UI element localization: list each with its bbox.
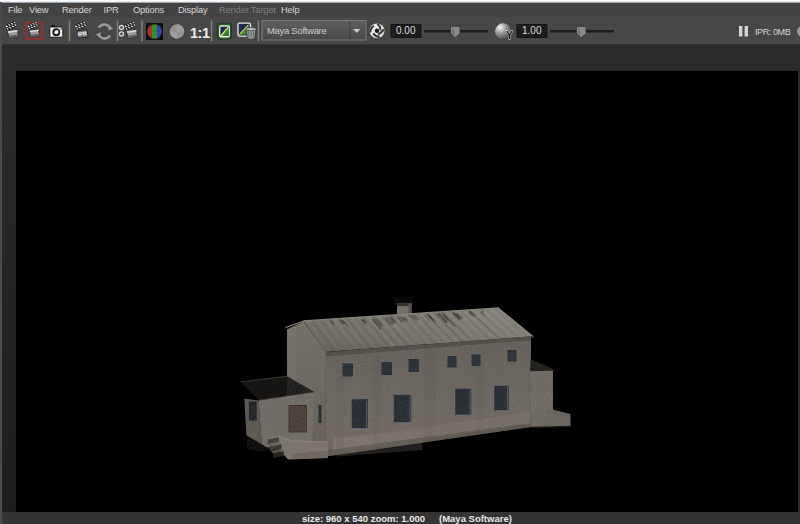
svg-text:1:1: 1:1 (190, 25, 210, 41)
svg-text:Display: Display (178, 5, 208, 15)
svg-text:IPR: 0MB: IPR: 0MB (755, 27, 791, 37)
svg-text:Render: Render (62, 5, 92, 15)
svg-text:Maya Software: Maya Software (267, 25, 326, 36)
svg-text:Y: Y (506, 30, 513, 41)
svg-text:Options: Options (133, 5, 164, 15)
svg-text:IPR: IPR (77, 30, 87, 37)
svg-text:IPR: IPR (104, 5, 119, 15)
svg-text:File: File (8, 5, 22, 15)
svg-text:Render Target: Render Target (219, 5, 276, 15)
svg-text:0.00: 0.00 (396, 25, 416, 36)
svg-text:View: View (29, 5, 49, 15)
svg-text:1.00: 1.00 (522, 25, 542, 36)
svg-text:Help: Help (281, 5, 300, 15)
